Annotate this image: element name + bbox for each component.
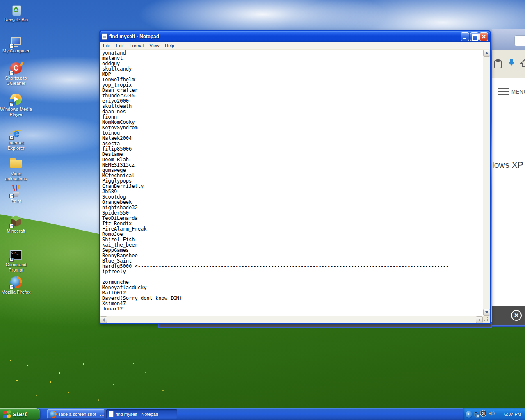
start-button[interactable]: start (0, 408, 40, 420)
text-line: toinou (102, 130, 483, 136)
taskbar-item-firefox[interactable]: Take a screen shot - ... (47, 409, 105, 419)
clipboard-icon[interactable] (494, 59, 502, 70)
tray-collapse-chevron-icon[interactable]: ‹ (466, 411, 472, 418)
text-line: nightshade32 (102, 205, 483, 210)
text-line: Spider550 (102, 210, 483, 216)
windows-logo-icon (3, 410, 11, 418)
text-line: Jonax12 (102, 306, 483, 312)
internet-explorer-icon: e ↗ (9, 126, 23, 139)
notepad-window: find myself - Notepad ✕ FileEditFormatVi… (99, 30, 491, 324)
text-line: TeoDiLenarda (102, 216, 483, 221)
notepad-menubar: FileEditFormatViewHelp (100, 42, 490, 49)
text-line: eriyo2000 (102, 98, 483, 104)
text-line: kai_the_beer (102, 242, 483, 248)
recycle-bin-icon: ♻ (9, 3, 23, 16)
task-label: find myself - Notepad (116, 412, 158, 417)
desktop-icon-ccleaner[interactable]: C ↗ Shortcut to CCleaner (0, 62, 32, 86)
shortcut-arrow-icon: ↗ (9, 285, 14, 289)
text-line: FireAlarm_Freak (102, 226, 483, 232)
icon-label: Command Prompt (0, 262, 32, 273)
menu-item[interactable]: Edit (113, 42, 127, 49)
text-line: MCtechnical (102, 173, 483, 178)
menu-item[interactable]: Help (162, 42, 177, 49)
desktop-icon-command-prompt[interactable]: C:\_ ↗ Command Prompt (0, 248, 32, 273)
background-window-button-fragment[interactable] (514, 35, 525, 46)
tray-app-b-icon[interactable]: B (474, 411, 478, 418)
firefox-icon: ↗ (9, 276, 23, 289)
taskbar-item-notepad[interactable]: find myself - Notepad (106, 409, 177, 419)
scroll-right-button[interactable] (476, 316, 483, 323)
hamburger-menu-icon[interactable] (498, 88, 509, 96)
icon-label: Paint (11, 199, 21, 204)
firefox-icon (50, 411, 56, 418)
volume-icon[interactable] (488, 411, 495, 418)
home-icon[interactable] (520, 59, 525, 68)
icon-label: Shortcut to CCleaner (0, 75, 32, 86)
text-line: CranBerriJelly (102, 184, 483, 189)
desktop-icon-minecraft[interactable]: ↗ Minecraft (0, 215, 32, 234)
text-line (102, 274, 483, 280)
notepad-icon (109, 411, 114, 417)
shortcut-arrow-icon: ↗ (9, 44, 14, 48)
text-line: ipfreely (102, 269, 483, 274)
maximize-button[interactable] (470, 32, 479, 41)
text-line: matanvl (102, 56, 483, 61)
close-button[interactable]: ✕ (479, 32, 488, 41)
text-line: RomoJoe (102, 232, 483, 237)
vertical-scrollbar[interactable] (483, 50, 490, 316)
notepad-icon (102, 33, 107, 40)
desktop-icon-recycle-bin[interactable]: ♻ Recycle Bin (0, 3, 32, 23)
taskbar: start Take a screen shot - ... find myse… (0, 408, 525, 420)
text-line: asecta (102, 141, 483, 146)
text-line: Orangebeek (102, 200, 483, 205)
text-line: Moneyaflacducky (102, 285, 483, 290)
text-line: filip85006 (102, 146, 483, 152)
desktop-icon-windows-media-player[interactable]: ↗ Windows Media Player (0, 93, 32, 117)
background-browser-window: MENU lows XP ✕ (492, 29, 525, 327)
icon-label: Windows Media Player (0, 107, 32, 117)
scroll-down-button[interactable] (483, 309, 490, 316)
text-line: skullcandy (102, 66, 483, 72)
browser-toolbar (492, 50, 525, 78)
menu-item[interactable]: View (147, 42, 162, 49)
notepad-text-area[interactable]: yonatandmatanvloddguyskullcandyMDPIonwol… (100, 50, 483, 316)
divider (492, 106, 525, 106)
minecraft-icon: ↗ (9, 215, 23, 228)
menu-item[interactable]: Format (127, 42, 147, 49)
desktop-icon-paint[interactable]: ↗ Paint (0, 185, 32, 204)
scroll-up-button[interactable] (483, 50, 490, 57)
taskbar-clock: 6:37 PM (504, 412, 525, 417)
desktop-icon-virus-animations[interactable]: Virus animations (0, 157, 32, 182)
system-tray: ‹ B S 6:37 PM (463, 408, 525, 420)
text-line: yop_tropix (102, 82, 483, 88)
my-computer-icon: ↗ (9, 34, 23, 48)
close-circle-icon[interactable]: ✕ (511, 310, 522, 321)
text-line: skulldeath (102, 104, 483, 109)
text-line: Daan_crafter (102, 88, 483, 93)
text-line: Scootdog (102, 194, 483, 200)
icon-label: My Computer (2, 48, 30, 54)
folder-icon (9, 157, 23, 170)
paint-icon: ↗ (9, 185, 23, 198)
shortcut-arrow-icon: ↗ (9, 71, 14, 75)
download-arrow-icon[interactable] (508, 59, 515, 68)
desktop-icon-internet-explorer[interactable]: e ↗ Internet Explorer (0, 126, 32, 151)
minimize-button[interactable] (461, 32, 469, 41)
notepad-titlebar[interactable]: find myself - Notepad ✕ (100, 31, 490, 42)
tray-shield-icon[interactable]: S (480, 410, 486, 418)
resize-grip[interactable] (483, 316, 490, 323)
menu-label[interactable]: MENU (511, 89, 525, 95)
menu-item[interactable]: File (100, 42, 113, 49)
text-line: Ionwolfhelm (102, 77, 483, 82)
scroll-left-button[interactable] (100, 316, 107, 323)
text-line: Jb589 (102, 189, 483, 194)
desktop-icon-my-computer[interactable]: ↗ My Computer (0, 34, 32, 54)
text-line: KotovSyndrom (102, 125, 483, 130)
horizontal-scrollbar[interactable] (100, 316, 483, 323)
text-line: BennyBanshee (102, 253, 483, 258)
desktop-icon-mozilla-firefox[interactable]: ↗ Mozilla Firefox (0, 276, 32, 295)
ccleaner-icon: C ↗ (9, 62, 23, 75)
start-label: start (13, 411, 27, 418)
text-line: Daverd(Sorry dont know IGN) (102, 296, 483, 301)
svg-text:S: S (482, 411, 485, 416)
